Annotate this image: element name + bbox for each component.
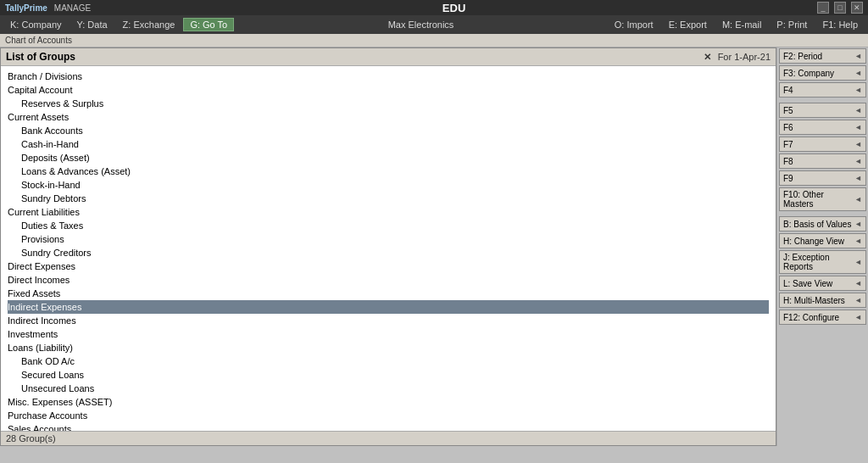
close-button[interactable]: ✕ xyxy=(851,2,863,14)
list-item[interactable]: Sundry Creditors xyxy=(8,246,769,259)
list-item[interactable]: Loans (Liability) xyxy=(8,341,769,354)
list-item[interactable]: Secured Loans xyxy=(8,368,769,382)
list-item[interactable]: Sales Accounts xyxy=(8,422,769,431)
list-item[interactable]: Unsecured Loans xyxy=(8,382,769,395)
list-item[interactable]: Fixed Assets xyxy=(8,287,769,300)
page-title: List of Groups xyxy=(6,51,75,63)
sidebar-btn-f9[interactable]: F9◄ xyxy=(779,170,866,186)
list-item[interactable]: Current Assets xyxy=(8,110,769,124)
groups-list: Branch / DivisionsCapital AccountReserve… xyxy=(1,66,776,431)
sidebar-btn-h[interactable]: H: Change View◄ xyxy=(779,233,866,248)
menu-print[interactable]: P: Print xyxy=(770,18,814,31)
edu-label: EDU xyxy=(442,3,465,14)
content-panel: List of Groups ✕ For 1-Apr-21 Branch / D… xyxy=(0,47,776,446)
sidebar-gap-9 xyxy=(777,212,868,215)
list-item[interactable]: Misc. Expenses (ASSET) xyxy=(8,395,769,409)
content-header: List of Groups ✕ For 1-Apr-21 xyxy=(1,48,776,66)
right-sidebar: F2: Period◄F3: Company◄F4◄F5◄F6◄F7◄F8◄F9… xyxy=(776,47,868,446)
menu-goto[interactable]: G: Go To xyxy=(183,18,234,31)
list-item[interactable]: Duties & Taxes xyxy=(8,219,769,232)
sidebar-gap-3 xyxy=(777,98,868,102)
menu-email[interactable]: M: E-mail xyxy=(715,18,768,31)
window-controls[interactable]: _ □ ✕ xyxy=(817,2,863,14)
menu-bar: K: Company Y: Data Z: Exchange G: Go To … xyxy=(0,15,868,34)
menu-help[interactable]: F1: Help xyxy=(815,18,865,31)
title-bar: TallyPrime MANAGE EDU _ □ ✕ xyxy=(0,0,868,15)
list-item[interactable]: Indirect Incomes xyxy=(8,314,769,327)
menu-import[interactable]: O: Import xyxy=(608,18,660,31)
menu-export[interactable]: E: Export xyxy=(662,18,714,31)
sidebar-btn-b[interactable]: B: Basis of Values◄ xyxy=(779,216,866,232)
sidebar-btn-l[interactable]: L: Save View◄ xyxy=(779,276,866,291)
group-count: 28 Group(s) xyxy=(6,433,56,443)
sidebar-btn-f5[interactable]: F5◄ xyxy=(779,103,866,118)
sidebar-btn-f10[interactable]: F10: Other Masters◄ xyxy=(779,187,866,211)
menu-data[interactable]: Y: Data xyxy=(70,18,114,31)
list-item[interactable]: Purchase Accounts xyxy=(8,409,769,422)
list-item[interactable]: Reserves & Surplus xyxy=(8,97,769,110)
content-footer: 28 Group(s) xyxy=(1,431,776,445)
date-label: For 1-Apr-21 xyxy=(718,52,771,62)
main-area: List of Groups ✕ For 1-Apr-21 Branch / D… xyxy=(0,47,868,446)
list-item[interactable]: Provisions xyxy=(8,232,769,246)
manage-label: MANAGE xyxy=(54,3,91,13)
list-item[interactable]: Investments xyxy=(8,327,769,341)
brand-label: TallyPrime xyxy=(5,3,47,13)
list-item[interactable]: Stock-in-Hand xyxy=(8,178,769,192)
list-item[interactable]: Indirect Expenses xyxy=(8,300,769,314)
menu-exchange[interactable]: Z: Exchange xyxy=(116,18,182,31)
title-bar-left: TallyPrime MANAGE xyxy=(5,3,91,13)
list-item[interactable]: Deposits (Asset) xyxy=(8,151,769,165)
menu-company[interactable]: K: Company xyxy=(3,18,69,31)
list-item[interactable]: Direct Incomes xyxy=(8,273,769,287)
sidebar-btn-f6[interactable]: F6◄ xyxy=(779,120,866,135)
sidebar-btn-f4[interactable]: F4◄ xyxy=(779,82,866,98)
list-item[interactable]: Direct Expenses xyxy=(8,259,769,273)
sidebar-btn-h2[interactable]: H: Multi-Masters◄ xyxy=(779,293,866,308)
sidebar-btn-f7[interactable]: F7◄ xyxy=(779,137,866,152)
close-panel-button[interactable]: ✕ xyxy=(704,52,711,63)
list-item[interactable]: Capital Account xyxy=(8,83,769,97)
list-item[interactable]: Branch / Divisions xyxy=(8,70,769,83)
sidebar-btn-j[interactable]: J: Exception Reports◄ xyxy=(779,250,866,274)
minimize-button[interactable]: _ xyxy=(817,2,829,14)
restore-button[interactable]: □ xyxy=(834,2,846,14)
list-item[interactable]: Bank OD A/c xyxy=(8,354,769,368)
list-item[interactable]: Current Liabilities xyxy=(8,205,769,219)
sidebar-btn-f8[interactable]: F8◄ xyxy=(779,153,866,169)
list-item[interactable]: Loans & Advances (Asset) xyxy=(8,165,769,178)
sidebar-btn-f3[interactable]: F3: Company◄ xyxy=(779,65,866,81)
list-item[interactable]: Cash-in-Hand xyxy=(8,137,769,151)
company-name: Max Electronics xyxy=(381,18,461,31)
list-item[interactable]: Sundry Debtors xyxy=(8,192,769,205)
sidebar-btn-f12[interactable]: F12: Configure◄ xyxy=(779,310,866,325)
breadcrumb: Chart of Accounts xyxy=(0,34,868,47)
sidebar-btn-f2[interactable]: F2: Period◄ xyxy=(779,48,866,64)
list-item[interactable]: Bank Accounts xyxy=(8,124,769,137)
